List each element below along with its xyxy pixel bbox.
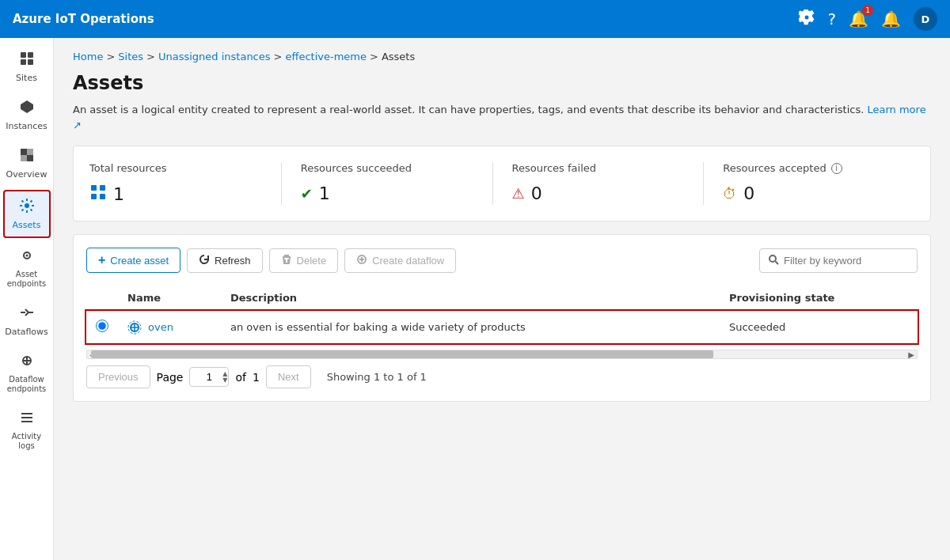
stat-resources-accepted-value: ⏱ 0 bbox=[723, 184, 895, 203]
col-description: Description bbox=[221, 286, 720, 311]
col-name: Name bbox=[118, 286, 221, 311]
stat-total-resources-value: 1 bbox=[89, 184, 262, 205]
sidebar-item-overview[interactable]: Overview bbox=[3, 141, 51, 186]
page-description: An asset is a logical entity created to … bbox=[73, 102, 931, 133]
svg-rect-21 bbox=[100, 194, 105, 199]
pagination: Previous Page ▲ ▼ of 1 Next Showing 1 to… bbox=[86, 365, 918, 388]
sidebar-item-dataflow-endpoints[interactable]: Dataflow endpoints bbox=[3, 346, 51, 400]
stat-resources-succeeded-label: Resources succeeded bbox=[301, 162, 473, 174]
svg-line-26 bbox=[776, 261, 779, 264]
svg-rect-8 bbox=[27, 155, 33, 161]
app-title: Azure IoT Operations bbox=[13, 12, 789, 26]
delete-button[interactable]: Delete bbox=[269, 248, 339, 273]
delete-icon bbox=[281, 254, 292, 267]
asset-name-cell[interactable]: oven bbox=[118, 311, 221, 343]
previous-button[interactable]: Previous bbox=[86, 365, 150, 388]
page-input-wrapper: ▲ ▼ bbox=[189, 367, 229, 387]
avatar[interactable]: D bbox=[914, 7, 937, 31]
asset-name-link[interactable]: oven bbox=[127, 320, 211, 335]
breadcrumb-assets: Assets bbox=[382, 51, 415, 62]
stat-resources-failed: Resources failed ⚠ 0 bbox=[493, 162, 705, 205]
sidebar-item-overview-label: Overview bbox=[6, 169, 48, 180]
plus-icon: + bbox=[98, 253, 105, 267]
topnav: Azure IoT Operations ? 🔔 1 🔔 D bbox=[0, 0, 950, 38]
stats-card: Total resources 1 Resources succeeded ✔ … bbox=[73, 146, 931, 221]
notifications-icon[interactable]: 🔔 1 bbox=[849, 9, 868, 28]
content-area: Home > Sites > Unassigned instances > ef… bbox=[54, 38, 950, 560]
svg-rect-17 bbox=[21, 421, 32, 422]
succeeded-icon: ✔ bbox=[301, 185, 313, 202]
sites-icon bbox=[19, 51, 35, 70]
search-icon bbox=[768, 254, 779, 267]
col-provisioning-state: Provisioning state bbox=[720, 286, 918, 311]
breadcrumb-home[interactable]: Home bbox=[73, 51, 103, 62]
sidebar-item-asset-endpoints-label: Asset endpoints bbox=[6, 270, 48, 289]
activity-logs-icon bbox=[19, 410, 35, 429]
dataflows-icon bbox=[19, 305, 35, 324]
stat-resources-failed-value: ⚠ 0 bbox=[512, 184, 685, 203]
accepted-icon: ⏱ bbox=[723, 185, 737, 202]
sidebar-item-dataflows-label: Dataflows bbox=[5, 327, 48, 337]
failed-icon: ⚠ bbox=[512, 185, 525, 202]
table-row[interactable]: oven an oven is essential for baking a w… bbox=[86, 311, 918, 343]
sidebar-item-dataflows[interactable]: Dataflows bbox=[3, 298, 51, 343]
horizontal-scrollbar[interactable]: ◀ ▶ bbox=[86, 350, 918, 359]
dataflow-endpoints-icon bbox=[19, 353, 35, 372]
assets-icon bbox=[19, 198, 35, 217]
asset-description-cell: an oven is essential for baking a wide v… bbox=[221, 311, 720, 343]
sidebar-item-activity-logs-label: Activity logs bbox=[6, 432, 48, 451]
of-value: 1 bbox=[253, 371, 260, 384]
sidebar-item-sites[interactable]: Sites bbox=[3, 44, 51, 89]
stat-resources-succeeded: Resources succeeded ✔ 1 bbox=[282, 162, 493, 205]
page-title: Assets bbox=[73, 72, 931, 94]
svg-rect-3 bbox=[28, 59, 33, 65]
refresh-button[interactable]: Refresh bbox=[187, 248, 263, 273]
total-resources-icon bbox=[89, 184, 107, 205]
stat-total-resources: Total resources 1 bbox=[89, 162, 282, 205]
svg-point-11 bbox=[25, 254, 28, 256]
sidebar: Sites Instances Overview Assets Asset en… bbox=[0, 38, 54, 560]
refresh-icon bbox=[199, 254, 210, 267]
search-box[interactable] bbox=[759, 248, 918, 273]
svg-rect-1 bbox=[28, 52, 33, 58]
table-card: + Create asset Refresh Delete bbox=[73, 234, 931, 402]
scrollbar-thumb[interactable] bbox=[91, 350, 713, 358]
svg-point-25 bbox=[770, 255, 776, 262]
help-icon[interactable]: ? bbox=[827, 9, 836, 28]
search-input[interactable] bbox=[784, 255, 909, 267]
row-radio-cell[interactable] bbox=[86, 311, 118, 343]
breadcrumb-effective-meme[interactable]: effective-meme bbox=[285, 51, 367, 62]
main-layout: Sites Instances Overview Assets Asset en… bbox=[0, 38, 950, 560]
next-button[interactable]: Next bbox=[266, 365, 311, 388]
breadcrumb-sites[interactable]: Sites bbox=[118, 51, 143, 62]
toolbar: + Create asset Refresh Delete bbox=[86, 248, 918, 273]
dataflow-icon bbox=[356, 254, 367, 267]
pagination-info: Showing 1 to 1 of 1 bbox=[327, 371, 427, 383]
svg-marker-4 bbox=[21, 100, 33, 113]
sidebar-item-activity-logs[interactable]: Activity logs bbox=[3, 403, 51, 457]
page-down[interactable]: ▼ bbox=[222, 377, 227, 384]
sidebar-item-instances[interactable]: Instances bbox=[3, 93, 51, 138]
asset-provisioning-state-cell: Succeeded bbox=[720, 311, 918, 343]
row-radio[interactable] bbox=[96, 320, 108, 332]
svg-rect-15 bbox=[21, 413, 32, 414]
info-icon[interactable]: i bbox=[831, 163, 842, 174]
create-dataflow-button[interactable]: Create dataflow bbox=[344, 248, 456, 273]
sidebar-item-sites-label: Sites bbox=[16, 73, 37, 83]
svg-rect-0 bbox=[21, 52, 26, 58]
breadcrumb: Home > Sites > Unassigned instances > ef… bbox=[73, 51, 931, 62]
svg-rect-20 bbox=[91, 194, 97, 199]
breadcrumb-unassigned-instances[interactable]: Unassigned instances bbox=[158, 51, 271, 62]
sidebar-item-asset-endpoints[interactable]: Asset endpoints bbox=[3, 241, 51, 295]
sidebar-item-assets[interactable]: Assets bbox=[3, 190, 51, 238]
page-stepper: ▲ ▼ bbox=[222, 371, 227, 384]
of-label: of bbox=[235, 371, 246, 384]
asset-row-icon bbox=[127, 320, 142, 335]
stat-resources-succeeded-value: ✔ 1 bbox=[301, 184, 473, 203]
bell-icon[interactable]: 🔔 bbox=[881, 9, 901, 28]
overview-icon bbox=[19, 147, 35, 166]
create-asset-button[interactable]: + Create asset bbox=[86, 248, 180, 273]
svg-rect-5 bbox=[21, 149, 27, 155]
settings-icon[interactable] bbox=[799, 9, 815, 28]
scroll-right-arrow[interactable]: ▶ bbox=[906, 350, 917, 358]
